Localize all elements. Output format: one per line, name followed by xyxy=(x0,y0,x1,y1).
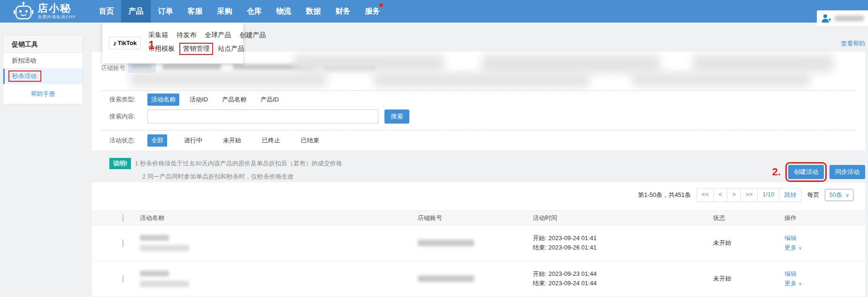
search-button[interactable]: 搜索 xyxy=(384,109,409,124)
activity-subtext-redacted xyxy=(140,245,189,251)
tiktok-platform-tab[interactable]: ♪ TikTok xyxy=(109,37,141,49)
row-more-link[interactable]: 更多 ∨ xyxy=(784,279,865,289)
redacted-blob xyxy=(374,72,590,87)
user-icon xyxy=(821,14,831,23)
row-status: 未开始 xyxy=(713,274,784,283)
select-all-checkbox[interactable] xyxy=(123,214,123,222)
view-help-link[interactable]: 查看帮助 xyxy=(841,39,865,48)
nav-item-home[interactable]: 首页 xyxy=(92,0,121,23)
brand-text: 店小秘 免费跨境电商ERP xyxy=(38,3,76,20)
notification-dot xyxy=(379,3,383,7)
sidebar-flash-sale-label: 秒杀活动 xyxy=(8,70,41,82)
redacted-blob xyxy=(294,55,444,71)
pagination-page-indicator: 1/10 xyxy=(757,188,779,202)
app-window: 店小秘 免费跨境电商ERP 首页 产品 订单 客服 采购 仓库 物流 数据 财务… xyxy=(0,0,868,297)
status-all[interactable]: 全部 xyxy=(147,134,167,147)
pagination-last-button[interactable]: >> xyxy=(740,188,757,202)
divider xyxy=(101,130,856,131)
products-dropdown-menu: ♪ TikTok 采集箱 待发布 全球产品 创建产品 常用模板 营销管理 站点产… xyxy=(102,23,243,63)
annotation-step-1: 1. xyxy=(148,39,158,52)
status-ended[interactable]: 已结束 xyxy=(297,134,323,147)
shop-name-redacted xyxy=(162,64,221,70)
row-more-link[interactable]: 更多 ∨ xyxy=(784,243,865,253)
menu-item-create-product[interactable]: 创建产品 xyxy=(239,31,266,39)
dropdown-row-1: 采集箱 待发布 全球产品 创建产品 xyxy=(148,31,266,39)
shop-account-redacted xyxy=(418,240,474,246)
notice-line-1: 1 秒杀价格须低于过去30天内该产品的原价及单品折扣后（若有）的成交价格 xyxy=(135,159,342,168)
robot-logo-icon xyxy=(13,1,34,21)
menu-item-global-products[interactable]: 全球产品 xyxy=(205,31,231,39)
per-page-select[interactable]: 50条 ∨ xyxy=(825,189,853,201)
top-navbar: 店小秘 免费跨境电商ERP 首页 产品 订单 客服 采购 仓库 物流 数据 财务… xyxy=(0,0,868,23)
status-not-started[interactable]: 未开始 xyxy=(219,134,245,147)
row-start-time: 开始: 2023-09-23 01:44 xyxy=(533,269,713,279)
promo-tools-sidebar: 促销工具 折扣活动 秒杀活动 帮助手册 xyxy=(3,35,83,104)
nav-item-logistics[interactable]: 物流 xyxy=(269,0,299,23)
sidebar-help-manual-link[interactable]: 帮助手册 xyxy=(3,84,83,104)
tiktok-icon: ♪ xyxy=(113,39,117,47)
nav-item-finance[interactable]: 财务 xyxy=(328,0,358,23)
nav-item-data[interactable]: 数据 xyxy=(299,0,328,23)
pagination-first-button[interactable]: << xyxy=(697,188,714,202)
search-type-label: 搜索类型: xyxy=(109,95,140,104)
filter-panel: 店铺账号: 搜索类型: 活动名称 活动ID 产品名称 产品ID 搜索内容: 搜索… xyxy=(92,52,865,150)
nav-item-services[interactable]: 服务 xyxy=(358,0,387,23)
shop-chip-redacted xyxy=(131,64,152,69)
pagination-controls: << < > >> 1/10 跳转 xyxy=(697,188,802,202)
redacted-blob xyxy=(130,72,327,86)
status-filter-row: 活动状态: 全部 进行中 未开始 已终止 已结束 xyxy=(109,134,323,147)
nav-item-orders[interactable]: 订单 xyxy=(151,0,180,23)
activity-subtext-redacted xyxy=(140,281,189,287)
sidebar-item-flash-sale[interactable]: 秒杀活动 xyxy=(3,69,83,84)
header-status: 状态 xyxy=(713,214,784,222)
pagination-jump-button[interactable]: 跳转 xyxy=(779,188,801,202)
pagination-next-button[interactable]: > xyxy=(727,188,740,202)
menu-item-marketing-management[interactable]: 营销管理 xyxy=(179,43,213,55)
search-type-activity-name[interactable]: 活动名称 xyxy=(147,94,179,106)
table-row: 开始: 2023-09-24 01:41 结束: 2023-09-26 01:4… xyxy=(92,225,865,261)
row-checkbox[interactable] xyxy=(123,275,123,283)
sidebar-title: 促销工具 xyxy=(3,36,83,53)
redacted-blob xyxy=(632,72,810,86)
action-buttons: 2. 创建活动 同步活动 xyxy=(772,165,865,179)
tiktok-label: TikTok xyxy=(118,39,137,47)
chevron-down-icon: ∨ xyxy=(845,192,849,198)
pagination-prev-button[interactable]: < xyxy=(714,188,727,202)
brand-tagline: 免费跨境电商ERP xyxy=(38,14,76,20)
dropdown-menu-items: 采集箱 待发布 全球产品 创建产品 常用模板 营销管理 站点产品 xyxy=(148,31,266,55)
header-activity-time: 活动时间 xyxy=(533,214,713,222)
search-type-product-name[interactable]: 产品名称 xyxy=(218,94,250,106)
sidebar-item-discount-activities[interactable]: 折扣活动 xyxy=(3,53,83,69)
header-activity-name: 活动名称 xyxy=(140,214,418,222)
menu-item-site-products[interactable]: 站点产品 xyxy=(218,45,244,53)
nav-item-warehouse[interactable]: 仓库 xyxy=(239,0,269,23)
nav-item-products[interactable]: 产品 xyxy=(121,0,151,23)
search-input[interactable] xyxy=(147,109,378,124)
row-edit-link[interactable]: 编辑 xyxy=(784,269,865,279)
status-terminated[interactable]: 已终止 xyxy=(258,134,284,147)
activity-table-panel: 第1-50条，共451条 << < > >> 1/10 跳转 每页 50条 ∨ … xyxy=(92,182,865,297)
status-in-progress[interactable]: 进行中 xyxy=(180,134,206,147)
user-account-box[interactable] xyxy=(817,10,868,26)
sync-activity-button[interactable]: 同步活动 xyxy=(830,165,865,179)
row-edit-link[interactable]: 编辑 xyxy=(784,234,865,243)
pagination: 第1-50条，共451条 << < > >> 1/10 跳转 每页 50条 ∨ xyxy=(638,188,853,202)
nav-item-services-label: 服务 xyxy=(365,7,380,15)
per-page-value: 50条 xyxy=(829,191,842,199)
annotation-step-2: 2. xyxy=(772,166,781,178)
row-checkbox[interactable] xyxy=(123,239,123,247)
chevron-down-icon: ∨ xyxy=(799,281,802,286)
header-shop-account: 店铺账号 xyxy=(418,214,533,222)
divider xyxy=(101,90,856,91)
brand-logo[interactable]: 店小秘 免费跨境电商ERP xyxy=(13,1,76,21)
nav-item-purchasing[interactable]: 采购 xyxy=(210,0,239,23)
search-type-product-id[interactable]: 产品ID xyxy=(257,94,283,106)
create-activity-button[interactable]: 创建活动 xyxy=(788,165,824,179)
row-end-time: 结束: 2023-09-26 01:41 xyxy=(533,243,713,252)
search-type-activity-id[interactable]: 活动ID xyxy=(186,94,212,106)
redacted-blob xyxy=(693,55,834,72)
nav-item-customer-service[interactable]: 客服 xyxy=(180,0,210,23)
status-label: 活动状态: xyxy=(109,136,140,145)
menu-item-to-publish[interactable]: 待发布 xyxy=(177,31,196,39)
row-end-time: 结束: 2023-09-24 01:44 xyxy=(533,279,713,288)
